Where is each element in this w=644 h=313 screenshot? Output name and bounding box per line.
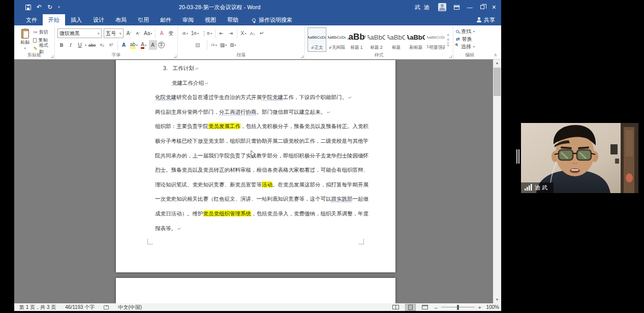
style-card-不明显强调[interactable]: AaBbCcDc不明显强调 (426, 27, 445, 52)
style-card-标题 2[interactable]: AaBbC标题 2 (367, 27, 386, 52)
font-size-combo[interactable]: 五号 ∨ (104, 28, 124, 38)
format-painter-button[interactable]: ✎ 格式刷 (33, 45, 52, 52)
tab-文件[interactable]: 文件 (20, 14, 43, 25)
zoom-level[interactable]: 100% (485, 304, 499, 310)
zoom-slider-thumb[interactable] (457, 305, 459, 310)
share-button[interactable]: 共享 (476, 14, 495, 25)
panel-handle-icon[interactable] (518, 149, 519, 164)
numbering-button[interactable]: 1≡▾ (190, 28, 200, 38)
scroll-up-icon[interactable]: ▲ (493, 59, 501, 67)
asian-layout-button[interactable]: X▾ (239, 28, 248, 38)
increase-indent-button[interactable]: ⇥ (227, 28, 235, 38)
distribute-button[interactable] (201, 43, 205, 47)
decrease-indent-button[interactable]: ⇤ (218, 28, 226, 38)
grow-font-button[interactable]: Aˆ (125, 28, 133, 38)
panel-handle-icon[interactable] (516, 149, 517, 164)
ribbon-display-options-icon[interactable] (454, 5, 459, 10)
styles-more-icon[interactable]: ∨ (447, 43, 449, 47)
paragraph-dialog-launcher[interactable] (301, 55, 303, 58)
style-card-标题 1[interactable]: AaBbC标题 1 (347, 27, 366, 52)
superscript-button[interactable]: X² (107, 40, 115, 50)
style-card-正文[interactable]: AaBbCcDc↲正文 (308, 27, 326, 52)
styles-scroll-down-icon[interactable]: ∨ (447, 38, 449, 41)
align-left-button[interactable] (180, 43, 185, 47)
bold-button[interactable]: B (57, 40, 66, 50)
italic-button[interactable]: I (67, 40, 75, 50)
document-text: 跟实践部 (331, 196, 353, 202)
document-canvas[interactable]: 3.工作计划↵党建工作介绍↵化院党建研究会旨在通过学生自治的方式开展学院党建工作… (14, 59, 493, 303)
line-spacing-button[interactable]: ↕≡▾ (209, 40, 218, 50)
font-color-button[interactable]: A (141, 42, 144, 49)
justify-button[interactable] (196, 43, 200, 47)
tab-审阅[interactable]: 审阅 (177, 14, 199, 25)
search-icon (456, 30, 459, 33)
collapse-ribbon-icon[interactable]: ∧ (494, 52, 497, 57)
proofing-icon[interactable] (104, 305, 109, 309)
find-button[interactable]: 查找 ▾ (456, 27, 483, 35)
zoom-out-button[interactable]: – (434, 304, 437, 310)
clear-formatting-button[interactable]: A (158, 28, 166, 38)
strikethrough-button[interactable]: abc (87, 40, 97, 50)
tab-邮件[interactable]: 邮件 (155, 14, 177, 25)
word-count[interactable]: 46/1193 个字 (65, 304, 95, 311)
print-layout-button[interactable] (405, 304, 416, 311)
document-page-2[interactable] (116, 278, 395, 303)
tab-开始[interactable]: 开始 (43, 14, 65, 25)
text-effects-button[interactable]: A (120, 40, 128, 50)
tab-插入[interactable]: 插入 (65, 14, 87, 25)
scroll-down-icon[interactable]: ▼ (493, 296, 501, 303)
page-indicator[interactable]: 第 1 页，共 3 页 (19, 304, 56, 311)
styles-dialog-launcher[interactable] (449, 55, 452, 58)
close-button[interactable]: × (492, 0, 496, 14)
font-name-combo[interactable]: 微软雅黑 ∨ (57, 28, 102, 38)
user-avatar[interactable] (438, 3, 446, 11)
underline-button[interactable]: U (76, 40, 84, 50)
webcam-video-tile[interactable]: 迪 武 (521, 123, 638, 193)
style-card-无间隔[interactable]: AaBbCcDc↲无间隔 (327, 27, 346, 52)
web-layout-button[interactable] (419, 304, 431, 310)
cut-button[interactable]: ✂ 剪切 (33, 29, 52, 36)
titlebar-controls: 武 迪 — × (415, 0, 496, 14)
show-marks-button[interactable]: ↵ (258, 28, 266, 38)
tell-me-search[interactable]: 操作说明搜索 (252, 14, 292, 25)
tab-引用[interactable]: 引用 (132, 14, 155, 25)
multilevel-list-button[interactable]: ⋮≡▾ (201, 28, 213, 38)
change-case-button[interactable]: Aa▾ (143, 28, 153, 38)
tab-帮助[interactable]: 帮助 (222, 14, 244, 25)
styles-scroll-up-icon[interactable]: ∧ (447, 34, 449, 37)
minimize-button[interactable]: — (467, 4, 473, 10)
phonetic-guide-button[interactable]: 变 (167, 28, 175, 38)
replace-button[interactable]: ⇄ 替换 (456, 35, 483, 43)
shading-button[interactable]: ▨▾ (219, 40, 228, 50)
paste-button[interactable]: 粘贴 ▾ (17, 27, 33, 52)
restore-button[interactable] (480, 5, 484, 9)
enclose-characters-button[interactable]: 字 (158, 42, 165, 48)
vertical-scrollbar[interactable]: ▲ ▼ (493, 59, 501, 303)
hanging-plush (626, 173, 633, 182)
align-right-button[interactable] (191, 43, 195, 47)
font-dialog-launcher[interactable] (174, 55, 176, 58)
shrink-font-button[interactable]: Aˇ (134, 28, 142, 38)
read-mode-button[interactable] (390, 304, 402, 310)
zoom-in-button[interactable]: + (478, 304, 481, 310)
zoom-slider[interactable] (441, 307, 475, 307)
signed-in-user[interactable]: 武 迪 (415, 4, 431, 11)
clipboard-dialog-launcher[interactable] (51, 55, 53, 58)
sort-button[interactable]: A↓ (249, 28, 257, 38)
subscript-button[interactable]: X₂ (98, 40, 106, 50)
style-card-副标题[interactable]: AaBbC副标题 (407, 27, 425, 52)
style-card-标题[interactable]: AaBbC标题 (387, 27, 406, 52)
scrollbar-thumb[interactable] (494, 68, 501, 96)
character-shading-button[interactable]: A (149, 40, 157, 50)
tab-布局[interactable]: 布局 (110, 14, 132, 25)
select-button[interactable]: 选择 ▾ (456, 43, 483, 50)
tab-设计[interactable]: 设计 (87, 14, 110, 25)
bullets-button[interactable]: ∙≡▾ (180, 28, 189, 38)
document-page-1[interactable]: 3.工作计划↵党建工作介绍↵化院党建研究会旨在通过学生自治的方式开展学院党建工作… (116, 60, 395, 272)
highlight-color-button[interactable]: ab (130, 42, 136, 49)
align-center-button[interactable] (186, 43, 190, 47)
language-indicator[interactable]: 中文(中国) (118, 304, 142, 311)
underline-caret-icon[interactable]: ▾ (85, 43, 86, 47)
borders-button[interactable]: ⊞▾ (229, 40, 237, 50)
tab-视图[interactable]: 视图 (199, 14, 222, 25)
